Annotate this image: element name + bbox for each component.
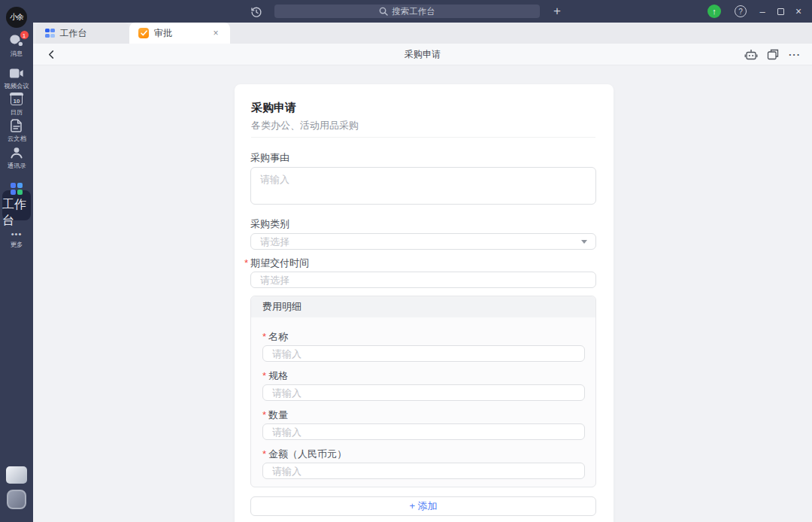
cloud-docs-icon	[11, 119, 23, 132]
sidebar-item-label: 消息	[11, 50, 23, 56]
field-label-purchase-reason: 采购事由	[250, 151, 289, 165]
app-window: 小余 1 消息 视频会议 10 日历 云文档	[0, 0, 812, 522]
required-mark: *	[244, 257, 248, 269]
sidebar-item-label: 更多	[11, 241, 23, 247]
field-label-expected-delivery-date: * 期望交付时间	[250, 256, 309, 270]
workbench-tab-icon	[45, 29, 55, 38]
sidebar-item-cloud-docs[interactable]: 云文档	[0, 119, 33, 142]
required-mark: *	[262, 370, 268, 381]
form-title: 采购申请	[251, 101, 296, 115]
item-name-input[interactable]	[262, 345, 585, 362]
more-actions-icon[interactable]: ···	[785, 44, 804, 65]
dock-app-icon-1[interactable]	[6, 466, 27, 484]
form-card: 采购申请 各类办公、活动用品采购 采购事由 采购类别 * 期望交付时间	[235, 84, 614, 522]
field-label-quantity: *数量	[262, 408, 288, 422]
item-spec-input[interactable]	[262, 384, 585, 401]
dock-app-icon-2[interactable]	[7, 490, 26, 509]
field-label-spec: *规格	[262, 369, 288, 383]
new-tab-button[interactable]: +	[550, 3, 565, 20]
sidebar-item-label: 日历	[11, 108, 23, 115]
search-placeholder: 搜索工作台	[392, 6, 435, 17]
calendar-icon: 10	[11, 93, 23, 106]
sidebar-item-contacts[interactable]: 通讯录	[0, 146, 33, 169]
video-icon	[9, 66, 24, 80]
sidebar-item-workbench[interactable]: 工作台	[2, 190, 31, 220]
field-label-amount: *金额（人民币元）	[262, 448, 347, 461]
add-row-button[interactable]: + 添加	[250, 496, 596, 516]
approval-tab-icon	[138, 28, 149, 38]
required-mark: *	[262, 331, 268, 342]
required-mark: *	[262, 448, 268, 460]
contacts-icon	[10, 146, 23, 159]
workbench-icon	[11, 183, 23, 195]
sidebar: 小余 1 消息 视频会议 10 日历 云文档	[0, 0, 33, 522]
more-icon: •••	[11, 229, 23, 238]
tab-close-icon[interactable]: ×	[211, 28, 221, 38]
sidebar-item-more[interactable]: ••• 更多	[0, 229, 33, 248]
sidebar-item-label: 工作台	[2, 197, 31, 229]
form-subtitle: 各类办公、活动用品采购	[251, 119, 359, 132]
sidebar-item-video-meeting[interactable]: 视频会议	[0, 66, 33, 90]
avatar[interactable]: 小余	[6, 7, 27, 28]
sidebar-item-calendar[interactable]: 10 日历	[0, 93, 33, 116]
item-amount-input[interactable]	[262, 463, 585, 479]
page-header: 采购申请 ···	[33, 44, 812, 65]
close-button[interactable]: ×	[789, 0, 807, 23]
tab-label: 审批	[154, 27, 172, 40]
expected-delivery-date-input[interactable]	[250, 272, 596, 288]
topbar: 搜索工作台 + ↑ ? – ×	[33, 0, 812, 23]
item-quantity-input[interactable]	[262, 423, 585, 440]
chat-icon: 1	[10, 34, 24, 47]
purchase-reason-textarea[interactable]	[250, 167, 596, 205]
sidebar-item-label: 视频会议	[4, 82, 29, 89]
search-icon	[379, 7, 388, 16]
search-input[interactable]: 搜索工作台	[274, 5, 540, 18]
tab-workbench[interactable]: 工作台	[36, 23, 129, 44]
divider	[251, 137, 595, 138]
purchase-category-select[interactable]	[250, 233, 596, 250]
page-title: 采购申请	[33, 44, 812, 65]
purchase-category-input[interactable]	[250, 233, 596, 250]
maximize-icon	[777, 8, 784, 15]
sidebar-item-label: 通讯录	[8, 162, 26, 168]
tab-label: 工作台	[60, 27, 87, 40]
history-icon[interactable]	[250, 5, 262, 18]
maximize-button[interactable]	[771, 0, 789, 23]
main-content: 采购申请 各类办公、活动用品采购 采购事由 采购类别 * 期望交付时间	[33, 65, 812, 522]
required-mark: *	[262, 409, 268, 420]
open-in-window-icon[interactable]	[763, 44, 783, 65]
help-icon[interactable]: ?	[735, 5, 747, 17]
expense-detail-section: 费用明细 *名称 *规格 *数量 *金额（人民币元）	[250, 296, 596, 487]
minimize-button[interactable]: –	[753, 0, 771, 23]
field-label-name: *名称	[262, 330, 288, 344]
section-title: 费用明细	[251, 296, 595, 317]
tab-approval[interactable]: 审批 ×	[129, 23, 230, 44]
unread-badge: 1	[20, 30, 29, 40]
upgrade-icon[interactable]: ↑	[707, 5, 721, 18]
sidebar-item-messages[interactable]: 1 消息	[0, 34, 33, 57]
field-label-purchase-category: 采购类别	[250, 217, 289, 231]
tab-strip: 工作台 审批 ×	[33, 23, 812, 44]
bot-icon[interactable]	[741, 44, 761, 65]
sidebar-item-label: 云文档	[8, 135, 26, 141]
